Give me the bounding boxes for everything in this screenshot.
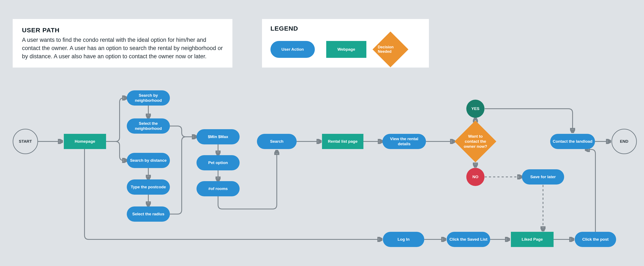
node-homepage: Homepage (64, 134, 106, 149)
node-num-rooms: #of rooms (196, 181, 240, 196)
node-click-the-post: Click the post (575, 232, 616, 247)
node-contact-landlord: Contact the landload (550, 134, 595, 149)
node-select-neighborhood: Select the neighborhood (127, 118, 170, 134)
node-save-for-later: Save for later (522, 169, 564, 185)
node-start: START (13, 129, 38, 154)
node-yes: YES (466, 100, 484, 118)
node-type-postcode: Type the postcode (127, 179, 170, 195)
node-log-in: Log In (383, 232, 424, 247)
node-min-max: $Min $Max (196, 129, 240, 144)
node-search-by-neighborhood: Search by neighborhood (127, 90, 170, 106)
node-search-by-distance: Search by distance (127, 153, 170, 168)
node-click-saved-list: Click the Saved List (447, 232, 490, 247)
node-search: Search (257, 134, 297, 149)
flowchart: START Homepage Search by neighborhood Se… (0, 0, 644, 266)
node-liked-page: Liked Page (511, 232, 554, 247)
node-no: NO (466, 168, 484, 186)
node-pet-option: Pet option (196, 155, 240, 170)
node-decision-contact-label: Want to contact the owner now? (460, 134, 490, 149)
node-select-radius: Select the radius (127, 207, 170, 222)
node-end: END (612, 129, 637, 154)
node-view-rental-details: View the rental details (382, 134, 426, 149)
node-decision-contact: Want to contact the owner now? (454, 121, 496, 162)
node-rental-list-page: Rental list page (322, 134, 364, 149)
